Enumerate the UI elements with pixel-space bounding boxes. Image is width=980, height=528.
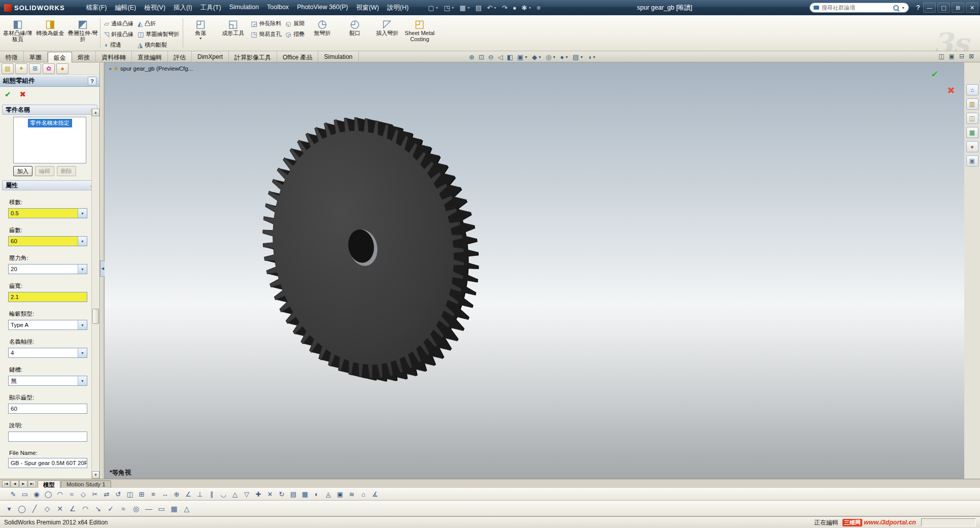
sketch-tool-icon[interactable]: △ (182, 504, 192, 514)
sketch-tool-icon[interactable]: ◠ (80, 504, 90, 514)
menu-item[interactable]: PhotoView 360(P) (293, 3, 352, 13)
sketch-tool-icon[interactable]: ▦ (169, 504, 179, 514)
task-pane-tab[interactable]: ◫ (966, 113, 978, 124)
manager-pane-tab[interactable]: ● (56, 63, 69, 74)
command-manager-tab[interactable]: 特徵 (0, 51, 24, 62)
sketch-tool-icon[interactable]: ▽ (242, 489, 252, 500)
view-tool-button[interactable]: ◧ ▼ (505, 53, 515, 61)
task-pane-tab[interactable]: ▣ (966, 155, 978, 167)
command-manager-tab[interactable]: 直接編輯 (132, 51, 168, 62)
document-tab[interactable]: 模型 (38, 480, 60, 488)
sketch-tool-icon[interactable]: ∥ (207, 489, 217, 500)
window-arrange-button[interactable]: ▣ (949, 53, 955, 60)
sketch-tool-icon[interactable]: ◬ (323, 489, 333, 500)
ribbon-button[interactable]: ◸ 插入彎折 ▼ (371, 16, 403, 50)
sketch-tool-icon[interactable]: ◇ (78, 489, 88, 500)
sketch-tool-icon[interactable]: ▣ (335, 489, 345, 500)
ribbon-button[interactable]: ◶ 摺疊 (284, 29, 307, 39)
ribbon-button[interactable]: ◵ 展開 (284, 18, 307, 28)
menu-item[interactable]: 視窗(W) (352, 3, 383, 13)
panel-button[interactable]: 刪除 (57, 166, 76, 176)
manager-pane-tab[interactable]: ▤ (2, 63, 14, 74)
ribbon-button[interactable]: ◫ 草圖繪製彎折 (136, 29, 181, 39)
sketch-tool-icon[interactable]: ⇄ (102, 489, 112, 500)
field-control[interactable]: ▼ (8, 432, 87, 442)
graphics-viewport[interactable]: ▸ ◈ spur gear_gb (PreviewCfg... ✔ ✖ *等角視 (105, 62, 964, 479)
sketch-tool-icon[interactable]: ◯ (17, 504, 27, 514)
scroll-down-icon[interactable]: ▼ (92, 471, 99, 479)
field-control[interactable]: 無 ▼ (8, 376, 87, 386)
sketch-tool-icon[interactable]: ∠ (67, 504, 78, 514)
sketch-tool-icon[interactable]: ╱ (29, 504, 40, 514)
window-control-button[interactable]: ⊞ (952, 3, 964, 13)
ribbon-button[interactable]: ◳ 簡易直孔 (249, 29, 283, 39)
help-button[interactable]: ? (916, 4, 920, 11)
sketch-tool-icon[interactable]: ◎ (131, 504, 141, 514)
section-header-properties[interactable]: 屬性 ∧ (2, 180, 97, 190)
ribbon-button[interactable]: ◖ 摺邊 (102, 40, 136, 50)
view-tool-button[interactable]: ▤ ▼ (571, 53, 585, 61)
menu-item[interactable]: 檔案(F) (82, 3, 111, 13)
dropdown-button[interactable]: ▼ (78, 237, 87, 246)
tab-scroll-button[interactable]: ◀ (11, 480, 19, 487)
ribbon-button[interactable]: ◭ 凸折 (136, 18, 181, 28)
ribbon-button[interactable]: ◰ Sheet Metal Costing ▼ (404, 16, 435, 50)
ok-check-icon[interactable]: ✔ (5, 90, 11, 99)
field-control[interactable]: 60 ▼ (8, 236, 87, 246)
quick-access-button[interactable]: ● ▼ (511, 4, 519, 12)
dropdown-button[interactable]: ▼ (78, 209, 87, 218)
sketch-tool-icon[interactable]: ↘ (93, 504, 103, 514)
view-tool-button[interactable]: ▣ ▼ (516, 53, 529, 61)
command-manager-tab[interactable]: 計算影像工具 (229, 51, 277, 62)
document-tab[interactable]: Motion Study 1 (61, 480, 111, 488)
sketch-tool-icon[interactable]: ▦ (300, 489, 310, 500)
sketch-tool-icon[interactable]: ↺ (113, 489, 123, 500)
field-control[interactable]: 2.1 ▼ (8, 292, 87, 302)
sketch-tool-icon[interactable]: ▤ (288, 489, 298, 500)
panel-splitter[interactable]: ◀ (100, 62, 105, 479)
manager-pane-tab[interactable]: ✿ (43, 63, 55, 74)
breadcrumb[interactable]: ▸ ◈ spur gear_gb (PreviewCfg... (110, 65, 193, 72)
view-tool-button[interactable]: ◑ ▼ (586, 53, 598, 61)
breadcrumb-expand-icon[interactable]: ▸ (110, 66, 112, 71)
sketch-tool-icon[interactable]: ≋ (347, 489, 357, 500)
command-manager-tab[interactable]: Office 產品 (277, 51, 318, 62)
sketch-tool-icon[interactable]: ✓ (106, 504, 116, 514)
command-manager-tab[interactable]: 草圖 (24, 51, 48, 62)
list-item[interactable]: 零件名稱未指定 (28, 119, 72, 127)
task-pane-tab[interactable]: ▥ (966, 98, 978, 110)
dropdown-button[interactable]: ▼ (78, 376, 87, 385)
panel-help-button[interactable]: ? (88, 77, 96, 85)
sketch-tool-icon[interactable]: ✚ (253, 489, 263, 500)
command-manager-tab[interactable]: 評估 (168, 51, 192, 62)
scroll-up-icon[interactable]: ▲ (92, 109, 99, 116)
ribbon-button[interactable]: ◷ 無彎折 ▼ (307, 16, 338, 50)
ribbon-button[interactable]: ◰ 角落 ▼ (185, 16, 216, 50)
sketch-tool-icon[interactable]: ◠ (55, 489, 65, 500)
sketch-tool-icon[interactable]: ↔ (160, 489, 170, 500)
quick-access-button[interactable]: ▤ ▼ (474, 4, 484, 12)
ribbon-button[interactable]: ◮ 橫向斷裂 (136, 40, 181, 50)
task-pane-tab[interactable]: ▦ (966, 127, 978, 138)
command-manager-tab[interactable]: 資料移轉 (96, 51, 132, 62)
sketch-tool-icon[interactable]: ▭ (20, 489, 30, 500)
window-control-button[interactable]: — (923, 3, 936, 13)
section-header-part-name[interactable]: 零件名稱 ∧ (2, 105, 97, 115)
sketch-tool-icon[interactable]: ✂ (90, 489, 100, 500)
sketch-tool-icon[interactable]: ◐ (312, 489, 322, 500)
quick-access-button[interactable]: ≡ ▼ (535, 4, 543, 12)
ribbon-button[interactable]: ◧ 基材凸緣/薄板頁 ▼ (2, 16, 33, 50)
sketch-tool-icon[interactable]: ✎ (8, 489, 18, 500)
spur-gear-3d-model[interactable] (105, 62, 964, 479)
sketch-tool-icon[interactable]: ✕ (265, 489, 275, 500)
cancel-x-icon[interactable]: ✖ (20, 90, 26, 99)
manager-pane-tab[interactable]: ⊞ (29, 63, 41, 74)
dropdown-button[interactable]: ▼ (78, 320, 87, 329)
window-arrange-button[interactable]: ◫ (938, 53, 944, 60)
quick-access-button[interactable]: ◳ ▼ (442, 4, 456, 12)
quick-access-button[interactable]: ↷ ▼ (500, 4, 510, 12)
menu-item[interactable]: 插入(I) (170, 3, 196, 13)
ribbon-button[interactable]: ◩ 疊層拉伸-彎折 ▼ (67, 16, 98, 50)
ribbon-button[interactable]: ▱ 邊線凸緣 (102, 18, 136, 28)
command-manager-tab[interactable]: 鈑金 (48, 52, 72, 62)
